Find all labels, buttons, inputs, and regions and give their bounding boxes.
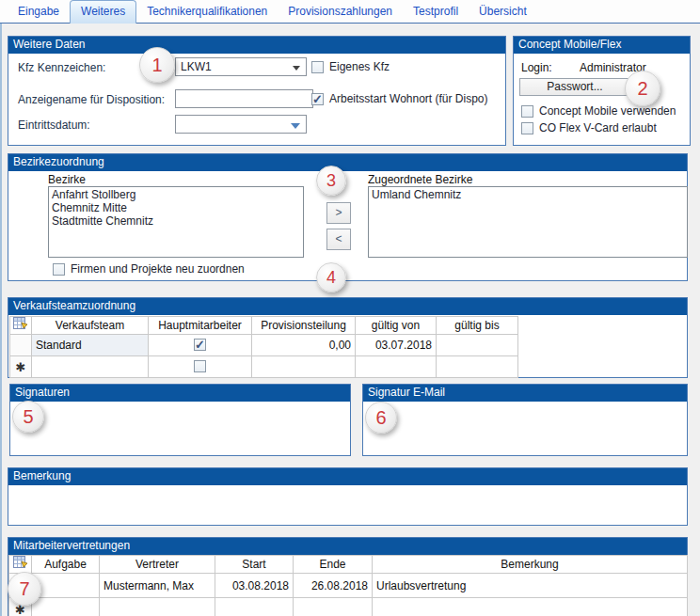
firmen-projekte-row: Firmen und Projekte neu zuordnen (53, 262, 245, 276)
login-label: Login: (521, 61, 552, 74)
arbeitsstart-checkbox[interactable] (311, 93, 324, 105)
window-left-border (0, 24, 2, 616)
row-selector[interactable] (10, 335, 32, 356)
hauptmitarbeiter-checkbox[interactable] (194, 339, 206, 351)
start-cell[interactable]: 03.08.2018 (215, 574, 294, 598)
gueltig-bis-cell[interactable] (437, 356, 518, 378)
verkaufsteam-cell[interactable]: Standard (32, 335, 149, 356)
gueltig-von-cell[interactable] (356, 356, 437, 378)
list-item[interactable]: Stadtmitte Chemnitz (49, 214, 303, 228)
annotation-7: 7 (8, 572, 41, 606)
eigenes-kfz-row: Eigenes Kfz (311, 60, 390, 73)
annotation-6: 6 (365, 402, 397, 434)
list-item[interactable]: Anfahrt Stollberg (49, 188, 303, 201)
start-cell[interactable] (215, 598, 294, 616)
dropdown-arrow-icon[interactable] (293, 66, 300, 71)
gueltig-von-cell[interactable]: 03.07.2018 (356, 335, 437, 356)
eintrittsdatum-label: Eintrittsdatum: (18, 118, 90, 132)
kfz-kennzeichen-label: Kfz Kennzeichen: (18, 61, 105, 74)
ende-cell[interactable] (294, 598, 373, 616)
new-record-row: ✱ (9, 598, 688, 616)
vertreter-cell[interactable] (100, 598, 215, 616)
new-record-row: ✱ (10, 356, 518, 378)
col-header-provisionsteilung[interactable]: Provisionsteilung (252, 317, 356, 335)
ende-cell[interactable]: 26.08.2018 (294, 574, 373, 598)
section-title: Weitere Daten (8, 37, 505, 54)
section-verkaufsteamzuordnung: Verkaufsteamzuordnung Verkaufsteam Haupt… (8, 297, 688, 378)
col-header-hauptmitarbeiter[interactable]: Hauptmitarbeiter (149, 317, 252, 335)
hauptmitarbeiter-checkbox[interactable] (194, 360, 206, 372)
passwort-button[interactable]: Passwort... (519, 78, 630, 96)
move-left-button[interactable]: < (326, 229, 351, 250)
eintrittsdatum-select[interactable] (175, 115, 307, 134)
tab-eingabe[interactable]: Eingabe (8, 1, 70, 23)
col-header-aufgabe[interactable]: Aufgabe (32, 556, 100, 574)
list-item[interactable]: Chemnitz Mitte (49, 201, 303, 214)
annotation-4: 4 (316, 262, 346, 292)
anzeigename-label: Anzeigename für Disposition: (18, 93, 165, 106)
date-dropdown-arrow-icon[interactable] (291, 123, 300, 129)
bemerkung-cell[interactable]: Urlaubsvertretung (373, 574, 688, 598)
annotation-3: 3 (316, 166, 346, 196)
provisionsteilung-cell[interactable] (252, 356, 356, 378)
section-title: Verkaufsteamzuordnung (8, 298, 687, 315)
new-row-selector[interactable]: ✱ (10, 356, 32, 378)
section-bezirkezuordnung: Bezirkezuordnung Bezirke Anfahrt Stollbe… (8, 153, 688, 281)
zugeordnete-bezirke-listbox[interactable]: Umland Chemnitz (368, 186, 688, 258)
datasheet-icon[interactable] (10, 317, 32, 335)
section-concept-mobile: Concept Mobile/Flex Login: Administrator… (513, 36, 691, 146)
section-mitarbeitervertretungen: Mitarbeitervertretungen Aufgabe Vertrete… (8, 537, 688, 616)
kfz-kennzeichen-select[interactable]: LKW1 (175, 57, 307, 76)
section-title: Concept Mobile/Flex (514, 37, 690, 54)
vcard-label: CO Flex V-Card erlaubt (539, 121, 657, 134)
section-weitere-daten: Weitere Daten Kfz Kennzeichen: LKW1 Eige… (8, 36, 506, 146)
hauptmitarbeiter-cell[interactable] (149, 356, 252, 378)
bezirke-listbox[interactable]: Anfahrt Stollberg Chemnitz Mitte Stadtmi… (48, 186, 304, 258)
gueltig-bis-cell[interactable] (437, 335, 518, 356)
eigenes-kfz-checkbox[interactable] (311, 61, 324, 73)
vertreter-cell[interactable]: Mustermann, Max (100, 574, 215, 598)
section-signatur-email: Signatur E-Mail (362, 384, 688, 456)
aufgabe-cell[interactable] (32, 598, 100, 616)
col-header-start[interactable]: Start (215, 556, 294, 574)
concept-mobile-checkbox[interactable] (521, 105, 533, 118)
col-header-vertreter[interactable]: Vertreter (100, 556, 215, 574)
eigenes-kfz-label: Eigenes Kfz (329, 60, 390, 73)
col-header-ende[interactable]: Ende (294, 556, 373, 574)
verkaufsteam-cell[interactable] (32, 356, 149, 378)
move-right-button[interactable]: > (326, 202, 351, 224)
annotation-5: 5 (12, 401, 44, 433)
annotation-2: 2 (625, 71, 660, 106)
vertretungen-table: Aufgabe Vertreter Start Ende Bemerkung ►… (8, 555, 688, 616)
col-header-verkaufsteam[interactable]: Verkaufsteam (32, 317, 149, 335)
tab-testprofil[interactable]: Testprofil (403, 1, 469, 23)
col-header-gueltig-von[interactable]: gültig von (356, 317, 437, 335)
anzeigename-field-box (175, 89, 313, 108)
vcard-checkbox[interactable] (521, 122, 533, 134)
list-item[interactable]: Umland Chemnitz (369, 188, 687, 201)
concept-mobile-row: Concept Mobile verwenden (521, 104, 676, 118)
kfz-kennzeichen-value: LKW1 (181, 60, 212, 73)
tab-provisionszahlungen[interactable]: Provisionszahlungen (278, 1, 403, 23)
section-title: Signatur E-Mail (363, 385, 687, 402)
provisionsteilung-cell[interactable]: 0,00 (252, 335, 356, 356)
section-signaturen: Signaturen (9, 384, 351, 456)
col-header-gueltig-bis[interactable]: gültig bis (437, 317, 518, 335)
bemerkung-cell[interactable] (373, 598, 688, 616)
col-header-bemerkung[interactable]: Bemerkung (373, 556, 688, 574)
bemerkung-textarea[interactable] (8, 485, 687, 525)
tab-weiteres[interactable]: Weiteres (70, 0, 136, 24)
tab-bar: Eingabe Weiteres Technikerqualifikatione… (0, 0, 700, 24)
datasheet-icon[interactable] (9, 556, 32, 574)
arbeitsstart-label: Arbeitsstart Wohnort (für Dispo) (329, 92, 488, 105)
firmen-projekte-label: Firmen und Projekte neu zuordnen (71, 262, 245, 276)
hauptmitarbeiter-cell[interactable] (149, 335, 252, 356)
tab-technikerqualifikationen[interactable]: Technikerqualifikationen (136, 1, 278, 23)
aufgabe-cell[interactable] (32, 574, 100, 598)
section-bemerkung: Bemerkung (8, 467, 688, 526)
firmen-projekte-checkbox[interactable] (53, 263, 65, 276)
table-row: ► Mustermann, Max 03.08.2018 26.08.2018 … (9, 574, 688, 598)
anzeigename-input[interactable] (176, 90, 312, 107)
tab-uebersicht[interactable]: Übersicht (469, 1, 537, 23)
section-title: Bezirkezuordnung (8, 154, 687, 171)
